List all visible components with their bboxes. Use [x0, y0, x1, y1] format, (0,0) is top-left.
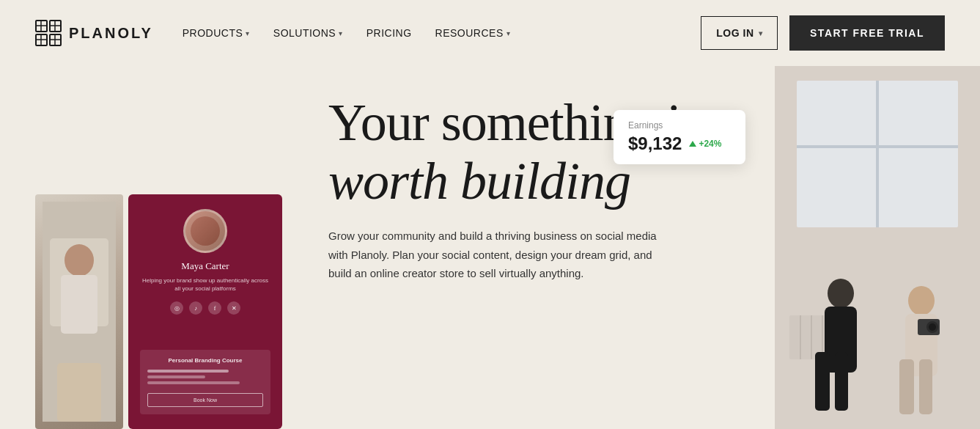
brand-card-subtitle: Helping your brand show up authentically…: [140, 276, 270, 293]
svg-rect-34: [919, 359, 932, 414]
tiktok-icon: ♪: [189, 301, 202, 315]
hero-body-text: Grow your community and build a thriving…: [328, 227, 666, 283]
svg-point-14: [65, 244, 94, 276]
svg-rect-16: [57, 363, 101, 422]
hero-section: Earnings $9,132 +24% Maya Carter: [0, 66, 980, 429]
svg-rect-15: [61, 275, 97, 334]
nav-links: PRODUCTS ▾ SOLUTIONS ▾ PRICING RESOURCES…: [183, 27, 511, 39]
facebook-icon: f: [208, 301, 221, 315]
instagram-icon: ◎: [170, 301, 183, 315]
hero-image-right: [775, 66, 980, 429]
svg-rect-29: [815, 352, 830, 411]
earnings-row: $9,132 +24%: [628, 133, 731, 154]
nav-item-products[interactable]: PRODUCTS ▾: [183, 27, 250, 39]
planoly-logo-icon: [35, 20, 62, 46]
nav-item-solutions[interactable]: SOLUTIONS ▾: [273, 27, 343, 39]
logo-text: PLANOLY: [69, 25, 153, 42]
nav-item-resources[interactable]: RESOURCES ▾: [435, 27, 511, 39]
trend-up-icon: [689, 141, 696, 147]
brand-card-avatar: [183, 209, 227, 253]
earnings-value: $9,132: [628, 133, 682, 154]
right-photo-illustration: [775, 66, 980, 429]
hero-image-left: [35, 194, 123, 429]
earnings-label: Earnings: [628, 120, 731, 131]
brand-card-name: Maya Carter: [181, 260, 229, 272]
avatar-silhouette: [191, 216, 220, 246]
social-icons-row: ◎ ♪ f ✕: [170, 301, 240, 315]
chevron-down-icon: ▾: [246, 29, 250, 37]
login-button[interactable]: LOG IN ▾: [701, 16, 778, 50]
earnings-badge: +24%: [689, 139, 721, 149]
line-decoration: [147, 370, 229, 373]
maya-carter-brand-card: Maya Carter Helping your brand show up a…: [128, 194, 282, 429]
logo[interactable]: PLANOLY: [35, 20, 153, 46]
svg-point-27: [828, 279, 854, 308]
line-decoration: [147, 375, 205, 378]
svg-point-37: [929, 323, 936, 331]
nav-left: PLANOLY PRODUCTS ▾ SOLUTIONS ▾ PRICING: [35, 20, 510, 46]
twitter-icon: ✕: [227, 301, 240, 315]
inner-box-title: Personal Branding Course: [147, 357, 263, 364]
left-photo-illustration: [43, 202, 116, 422]
navigation: PLANOLY PRODUCTS ▾ SOLUTIONS ▾ PRICING: [0, 0, 980, 66]
inner-box-lines: [147, 370, 263, 384]
start-free-trial-button[interactable]: START FREE TRIAL: [789, 15, 945, 51]
brand-card-inner-box: Personal Branding Course Book Now: [140, 350, 270, 414]
line-decoration: [147, 381, 240, 384]
chevron-down-icon: ▾: [339, 29, 343, 37]
svg-point-31: [908, 286, 935, 315]
svg-rect-30: [835, 352, 848, 411]
svg-rect-33: [899, 359, 914, 414]
nav-item-pricing[interactable]: PRICING: [366, 27, 412, 39]
earnings-card: Earnings $9,132 +24%: [614, 110, 745, 164]
book-now-button[interactable]: Book Now: [147, 393, 263, 407]
nav-right: LOG IN ▾ START FREE TRIAL: [701, 15, 945, 51]
chevron-down-icon: ▾: [759, 29, 763, 37]
chevron-down-icon: ▾: [506, 29, 511, 37]
